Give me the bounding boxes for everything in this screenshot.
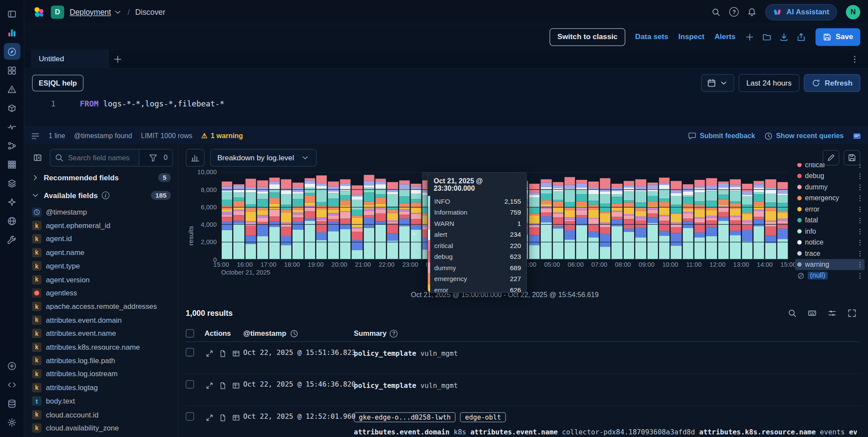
- histogram-bar[interactable]: [222, 181, 233, 259]
- field-item[interactable]: kattributes.event.domain: [30, 313, 173, 327]
- switch-to-classic-button[interactable]: Switch to classic: [549, 28, 625, 46]
- histogram-bar[interactable]: [694, 180, 705, 259]
- legend-item-error[interactable]: error: [795, 204, 865, 215]
- rail-item-maps[interactable]: [3, 212, 20, 229]
- histogram-bar[interactable]: [576, 180, 587, 259]
- rail-item-menu[interactable]: [3, 6, 20, 22]
- rail-item-machine-learning[interactable]: [3, 194, 20, 210]
- summary-help-icon[interactable]: ?: [390, 330, 398, 338]
- field-item[interactable]: kattributes.log.iostream: [30, 367, 173, 381]
- field-item[interactable]: kagent.type: [30, 259, 173, 273]
- expand-document-icon[interactable]: [204, 413, 214, 423]
- legend-item-critical[interactable]: critical: [795, 163, 865, 171]
- histogram-bar[interactable]: [411, 183, 422, 259]
- legend-item-menu-icon[interactable]: [856, 172, 864, 180]
- recent-queries-link[interactable]: Show recent queries: [764, 132, 844, 140]
- field-item[interactable]: kattributes.logtag: [30, 381, 173, 394]
- expand-document-icon[interactable]: [204, 349, 214, 359]
- refresh-button[interactable]: Refresh: [804, 74, 860, 92]
- new-tab-button[interactable]: [108, 50, 127, 68]
- save-button[interactable]: Save: [816, 28, 861, 46]
- histogram-bar[interactable]: [683, 184, 694, 259]
- expand-document-icon[interactable]: [204, 381, 214, 391]
- tab-untitled[interactable]: Untitled: [31, 50, 108, 68]
- legend-item-menu-icon[interactable]: [856, 239, 864, 246]
- histogram-bar[interactable]: [624, 181, 635, 259]
- view-document-icon[interactable]: [218, 413, 227, 423]
- row-checkbox[interactable]: [186, 380, 194, 388]
- rail-item-layers[interactable]: [3, 175, 20, 192]
- histogram-bar[interactable]: [730, 179, 741, 259]
- histogram-bar[interactable]: [647, 182, 658, 259]
- legend-item-menu-icon[interactable]: [856, 250, 864, 257]
- histogram-bar[interactable]: [328, 182, 339, 259]
- histogram-bar[interactable]: [742, 183, 753, 259]
- legend-item-null[interactable]: (null): [795, 270, 865, 281]
- histogram-bar[interactable]: [753, 181, 764, 259]
- notifications-bell-icon[interactable]: [748, 7, 756, 16]
- chart-options-icon[interactable]: [186, 149, 204, 167]
- legend-item-menu-icon[interactable]: [856, 228, 864, 235]
- histogram-bar[interactable]: [588, 182, 599, 259]
- rail-item-add[interactable]: [3, 358, 20, 374]
- legend-item-menu-icon[interactable]: [856, 217, 864, 224]
- histogram-bar[interactable]: [352, 185, 362, 259]
- rail-item-apm[interactable]: [3, 99, 20, 116]
- rail-item-discover[interactable]: [3, 43, 20, 60]
- field-item[interactable]: kapache.access.remote_addresses: [30, 300, 173, 313]
- histogram-bar[interactable]: [600, 178, 611, 259]
- select-all-checkbox[interactable]: [186, 329, 194, 338]
- field-item[interactable]: kattributes.log.file.path: [30, 354, 173, 367]
- legend-item-menu-icon[interactable]: [856, 261, 864, 268]
- download-icon[interactable]: [780, 33, 789, 41]
- row-checkbox[interactable]: [186, 348, 194, 356]
- rail-item-apps[interactable]: [3, 156, 20, 172]
- histogram-bar[interactable]: [635, 179, 646, 259]
- legend-item-menu-icon[interactable]: [856, 205, 864, 213]
- histogram-bar[interactable]: [612, 184, 622, 259]
- field-item[interactable]: kagent.name: [30, 246, 173, 259]
- submit-feedback-link[interactable]: Submit feedback: [687, 132, 755, 140]
- legend-item-dummy[interactable]: dummy: [795, 182, 865, 192]
- histogram-bar[interactable]: [552, 182, 563, 259]
- field-item[interactable]: kagent.ephemeral_id: [30, 219, 173, 232]
- field-item[interactable]: kagent.version: [30, 273, 173, 286]
- view-document-icon[interactable]: [218, 381, 227, 391]
- date-picker-button[interactable]: [701, 74, 734, 92]
- histogram-bar[interactable]: [375, 179, 386, 259]
- histogram-bar[interactable]: [293, 182, 303, 259]
- rail-item-dashboards[interactable]: [3, 62, 20, 79]
- legend-item-debug[interactable]: debug: [795, 170, 865, 181]
- field-item[interactable]: kattributes.k8s.resource.name: [30, 340, 173, 354]
- open-folder-icon[interactable]: [763, 33, 771, 41]
- fullscreen-icon[interactable]: [844, 305, 860, 321]
- toolbar-link-data-sets[interactable]: Data sets: [635, 33, 668, 41]
- editor-shortcut-icon[interactable]: [852, 132, 861, 140]
- legend-item-menu-icon[interactable]: [856, 195, 864, 202]
- legend-item-notice[interactable]: notice: [795, 237, 865, 248]
- field-item[interactable]: kcloud.availability_zone: [30, 421, 173, 435]
- histogram-bar[interactable]: [364, 175, 375, 259]
- summary-badge[interactable]: edge-oblt: [460, 412, 506, 422]
- chart-plot[interactable]: Oct 21, 2025 @ 23:30:00.000 INFO2,155Inf…: [221, 172, 789, 259]
- add-panel-icon[interactable]: [746, 33, 754, 41]
- deployment-badge[interactable]: D: [51, 5, 64, 19]
- legend-item-fatal[interactable]: fatal: [795, 215, 865, 225]
- esql-help-button[interactable]: ES|QL help: [32, 75, 84, 91]
- histogram-bar[interactable]: [316, 175, 327, 259]
- view-surrounding-icon[interactable]: [231, 381, 241, 391]
- field-item[interactable]: kattributes.event.name: [30, 327, 173, 340]
- legend-item-warning[interactable]: warning: [795, 259, 865, 270]
- toolbar-link-inspect[interactable]: Inspect: [678, 33, 704, 41]
- field-item[interactable]: @timestamp: [30, 205, 173, 219]
- field-item[interactable]: kagent.id: [30, 232, 173, 246]
- histogram-bar[interactable]: [777, 182, 788, 259]
- view-surrounding-icon[interactable]: [231, 349, 241, 359]
- histogram-bar[interactable]: [340, 179, 351, 259]
- rail-item-stack[interactable]: [3, 395, 20, 412]
- histogram-bar[interactable]: [245, 179, 256, 259]
- legend-item-menu-icon[interactable]: [856, 272, 864, 279]
- field-item[interactable]: kcloud.account.id: [30, 408, 173, 421]
- display-options-icon[interactable]: [824, 305, 840, 321]
- rail-item-infrastructure[interactable]: [3, 119, 20, 135]
